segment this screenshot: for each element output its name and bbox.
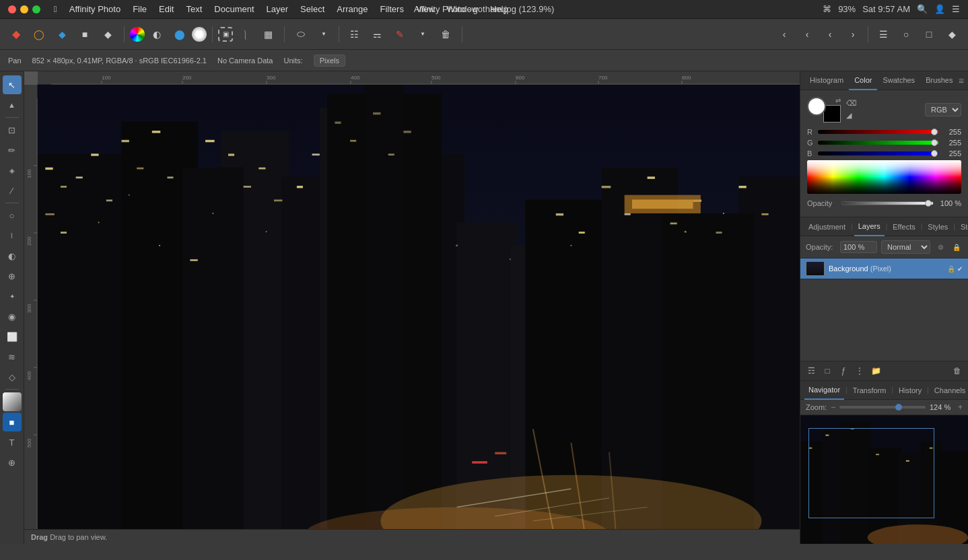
document-menu[interactable]: Document bbox=[214, 4, 254, 14]
g-thumb[interactable] bbox=[931, 139, 938, 146]
export-persona[interactable]: ◆ bbox=[97, 24, 118, 45]
zoom-in-icon[interactable]: + bbox=[958, 403, 963, 412]
fill-tool[interactable]: ◈ bbox=[3, 161, 22, 180]
blur-tool[interactable]: ≋ bbox=[3, 347, 22, 366]
add-mask-icon[interactable]: ⋮ bbox=[853, 364, 866, 378]
layer-lock-icon[interactable]: 🔒 bbox=[950, 241, 963, 253]
redo-btn[interactable]: ‹ bbox=[796, 24, 818, 45]
zoom-thumb[interactable] bbox=[895, 404, 902, 411]
pointer-tool[interactable]: ▲ bbox=[3, 96, 22, 114]
navigator-preview[interactable] bbox=[800, 415, 968, 544]
crop-tool[interactable]: ⊡ bbox=[3, 120, 22, 139]
tab-swatches[interactable]: Swatches bbox=[877, 71, 920, 90]
tone-btn[interactable] bbox=[192, 27, 207, 42]
sharpen-tool[interactable]: ◇ bbox=[3, 368, 22, 386]
layers-opacity-value[interactable]: 100 % bbox=[840, 241, 877, 253]
canvas-background[interactable] bbox=[38, 85, 800, 544]
tab-color[interactable]: Color bbox=[849, 71, 877, 90]
layer-item-background[interactable]: Background (Pixel) 🔒 ✔ bbox=[800, 258, 968, 279]
histogram-btn[interactable]: ⬤ bbox=[169, 24, 191, 45]
layer-settings-icon[interactable]: ⚙ bbox=[934, 241, 946, 253]
arrange-menu[interactable]: Arrange bbox=[337, 4, 368, 14]
units-select[interactable]: Pixels bbox=[314, 55, 345, 67]
file-menu[interactable]: File bbox=[133, 4, 147, 14]
gradient-tool[interactable]: ▦ bbox=[3, 392, 22, 411]
context-btn[interactable]: ◆ bbox=[941, 24, 963, 45]
liquify-persona[interactable]: ◆ bbox=[51, 24, 73, 45]
red-eye-tool[interactable]: ◉ bbox=[3, 307, 22, 326]
r-slider[interactable] bbox=[818, 130, 938, 134]
menu-icon[interactable]: ☰ bbox=[952, 4, 960, 14]
trash-btn[interactable]: 🗑 bbox=[435, 24, 456, 45]
b-thumb[interactable] bbox=[931, 150, 938, 157]
eraser-tool[interactable]: ⬜ bbox=[3, 327, 22, 346]
add-adjustment-icon[interactable]: □ bbox=[821, 364, 834, 378]
layer-visibility-icon[interactable]: ✔ bbox=[957, 265, 963, 273]
paint-brush-tool[interactable]: ✏ bbox=[3, 141, 22, 160]
align-btn[interactable]: ☰ bbox=[872, 24, 894, 45]
transform-btn[interactable]: ▦ bbox=[257, 24, 279, 45]
filters-menu[interactable]: Filters bbox=[380, 4, 404, 14]
text-menu[interactable]: Text bbox=[186, 4, 202, 14]
shape-tool[interactable]: ■ bbox=[3, 413, 22, 431]
undo2-btn[interactable]: ‹ bbox=[819, 24, 841, 45]
layer-menu[interactable]: Layer bbox=[267, 4, 289, 14]
apple-menu[interactable]:  bbox=[54, 4, 57, 14]
r-thumb[interactable] bbox=[931, 129, 938, 135]
color-spectrum[interactable] bbox=[807, 160, 961, 194]
pick-fg-icon[interactable]: ⌫ bbox=[846, 99, 856, 108]
color-mode-select[interactable]: RGB bbox=[925, 103, 961, 116]
fg-color-swatch[interactable] bbox=[807, 97, 826, 116]
nav-viewport-rect[interactable] bbox=[808, 428, 934, 518]
dodge-tool[interactable]: ◐ bbox=[3, 246, 22, 265]
eyedropper-tool[interactable]: ⁄ bbox=[3, 181, 22, 200]
group-icon[interactable]: 📁 bbox=[869, 364, 883, 378]
zoom-tool[interactable]: ⊕ bbox=[3, 453, 22, 472]
g-slider[interactable] bbox=[818, 141, 938, 145]
tab-effects[interactable]: Effects bbox=[889, 217, 919, 236]
color-wheel-btn[interactable] bbox=[130, 27, 145, 42]
tab-styles[interactable]: Styles bbox=[924, 217, 952, 236]
redo2-btn[interactable]: › bbox=[842, 24, 864, 45]
brush-btn[interactable]: ✎ bbox=[389, 24, 411, 45]
tab-brushes[interactable]: Brushes bbox=[920, 71, 958, 90]
search-icon[interactable]: 🔍 bbox=[917, 4, 928, 14]
add-fx-icon[interactable]: ƒ bbox=[837, 364, 850, 378]
zoom-slider[interactable] bbox=[839, 406, 926, 409]
tab-channels[interactable]: Channels bbox=[930, 381, 968, 400]
traffic-lights[interactable] bbox=[8, 5, 40, 13]
mask-btn[interactable]: ⬭ bbox=[290, 24, 312, 45]
snapping-btn[interactable]: ⚎ bbox=[366, 24, 388, 45]
opacity-slider[interactable] bbox=[841, 201, 934, 205]
curves-btn[interactable]: ◐ bbox=[146, 24, 168, 45]
blend-mode-select[interactable]: Normal bbox=[881, 240, 930, 254]
blemish-tool[interactable]: ✦ bbox=[3, 287, 22, 306]
arrange-btn[interactable]: □ bbox=[918, 24, 940, 45]
minimize-button[interactable] bbox=[20, 5, 28, 13]
tab-adjustment[interactable]: Adjustment bbox=[804, 217, 850, 236]
tab-transform[interactable]: Transform bbox=[849, 381, 891, 400]
tone-mapping-persona[interactable]: ■ bbox=[74, 24, 96, 45]
move-tool[interactable]: ↖ bbox=[3, 75, 22, 94]
canvas-area[interactable]: 100 200 300 400 500 600 700 800 bbox=[24, 71, 800, 544]
clone-tool[interactable]: ⊕ bbox=[3, 267, 22, 285]
undo-btn[interactable]: ‹ bbox=[773, 24, 795, 45]
tab-layers[interactable]: Layers bbox=[854, 217, 885, 236]
pick-bg-icon[interactable]: ◢ bbox=[846, 111, 856, 120]
edit-menu[interactable]: Edit bbox=[159, 4, 174, 14]
lasso-tool[interactable]: ○ bbox=[3, 206, 22, 225]
app-menu[interactable]: Affinity Photo bbox=[69, 4, 120, 14]
affinity-logo[interactable]: ◆ bbox=[5, 24, 27, 45]
layer-lock-icon[interactable]: 🔒 bbox=[947, 265, 955, 273]
tab-stock[interactable]: Stock bbox=[957, 217, 968, 236]
brush-dropdown[interactable]: ▼ bbox=[412, 24, 434, 45]
user-icon[interactable]: 👤 bbox=[934, 4, 945, 14]
delete-layer-icon[interactable]: 🗑 bbox=[950, 364, 964, 378]
mask-dropdown[interactable]: ▼ bbox=[313, 24, 335, 45]
zoom-out-icon[interactable]: − bbox=[831, 403, 835, 412]
fullscreen-button[interactable] bbox=[32, 5, 40, 13]
text-tool[interactable]: T bbox=[3, 433, 22, 452]
tab-history[interactable]: History bbox=[895, 381, 926, 400]
grid-btn[interactable]: ☷ bbox=[343, 24, 365, 45]
tab-histogram[interactable]: Histogram bbox=[804, 71, 849, 90]
